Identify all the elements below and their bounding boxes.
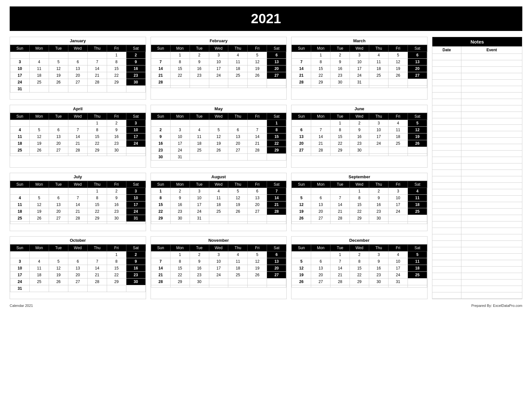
calendar-day-cell[interactable]: 27 <box>311 215 330 222</box>
calendar-day-cell[interactable]: 27 <box>311 279 330 285</box>
calendar-day-cell[interactable]: 24 <box>209 72 228 79</box>
notes-event-cell[interactable] <box>461 118 522 124</box>
notes-date-cell[interactable] <box>432 267 461 273</box>
calendar-day-cell[interactable]: 16 <box>170 201 190 208</box>
calendar-day-cell[interactable]: 24 <box>10 279 30 285</box>
calendar-day-cell[interactable]: 22 <box>311 72 330 79</box>
calendar-day-cell[interactable]: 4 <box>408 188 427 195</box>
calendar-day-cell[interactable]: 7 <box>68 127 87 133</box>
calendar-day-cell[interactable]: 29 <box>350 279 369 285</box>
calendar-day-cell[interactable]: 16 <box>350 133 369 140</box>
calendar-day-cell[interactable]: 28 <box>311 147 330 154</box>
calendar-day-cell[interactable]: 10 <box>209 258 228 265</box>
notes-event-cell[interactable] <box>461 163 522 170</box>
calendar-day-cell[interactable]: 2 <box>107 120 126 127</box>
calendar-day-cell[interactable]: 31 <box>350 79 369 86</box>
calendar-day-cell[interactable]: 30 <box>107 147 126 154</box>
calendar-day-cell[interactable]: 18 <box>209 201 228 208</box>
calendar-day-cell[interactable]: 2 <box>369 188 389 195</box>
calendar-day-cell[interactable]: 1 <box>107 52 126 59</box>
calendar-day-cell[interactable]: 14 <box>87 265 107 272</box>
notes-event-cell[interactable] <box>461 73 522 79</box>
calendar-day-cell[interactable]: 27 <box>292 147 311 154</box>
calendar-day-cell[interactable]: 11 <box>29 265 49 272</box>
calendar-day-cell[interactable]: 30 <box>350 147 369 154</box>
calendar-day-cell[interactable]: 25 <box>29 79 49 86</box>
calendar-day-cell[interactable]: 25 <box>228 272 248 279</box>
calendar-day-cell[interactable]: 11 <box>10 133 30 140</box>
notes-date-cell[interactable] <box>432 196 461 202</box>
notes-event-cell[interactable] <box>461 228 522 234</box>
notes-event-cell[interactable] <box>461 80 522 86</box>
calendar-day-cell[interactable]: 12 <box>248 59 267 65</box>
calendar-day-cell[interactable]: 25 <box>209 208 228 215</box>
calendar-day-cell[interactable]: 7 <box>292 59 311 65</box>
calendar-day-cell[interactable]: 21 <box>267 201 286 208</box>
calendar-day-cell[interactable]: 8 <box>330 127 350 133</box>
calendar-day-cell[interactable]: 26 <box>248 72 267 79</box>
calendar-day-cell[interactable]: 27 <box>248 208 267 215</box>
calendar-day-cell[interactable]: 8 <box>87 195 107 201</box>
calendar-day-cell[interactable]: 26 <box>228 208 248 215</box>
notes-date-cell[interactable] <box>432 54 461 60</box>
calendar-day-cell[interactable]: 23 <box>170 208 190 215</box>
calendar-day-cell[interactable]: 23 <box>190 72 209 79</box>
calendar-day-cell[interactable]: 23 <box>330 72 350 79</box>
calendar-day-cell[interactable]: 10 <box>350 59 369 65</box>
notes-event-cell[interactable] <box>461 99 522 105</box>
calendar-day-cell[interactable]: 2 <box>126 52 145 59</box>
calendar-day-cell[interactable]: 23 <box>350 140 369 147</box>
calendar-day-cell[interactable]: 18 <box>389 133 408 140</box>
calendar-day-cell[interactable]: 5 <box>248 251 267 258</box>
calendar-day-cell[interactable]: 26 <box>49 79 68 86</box>
notes-event-cell[interactable] <box>461 176 522 182</box>
calendar-day-cell[interactable]: 8 <box>151 195 170 201</box>
calendar-day-cell[interactable]: 28 <box>330 215 350 222</box>
calendar-day-cell[interactable]: 17 <box>389 201 408 208</box>
calendar-day-cell[interactable]: 14 <box>68 201 87 208</box>
calendar-day-cell[interactable]: 2 <box>190 251 209 258</box>
calendar-day-cell[interactable]: 30 <box>170 215 190 222</box>
calendar-day-cell[interactable]: 9 <box>190 59 209 65</box>
notes-date-cell[interactable] <box>432 170 461 176</box>
calendar-day-cell[interactable]: 23 <box>190 272 209 279</box>
calendar-day-cell[interactable]: 26 <box>29 147 49 154</box>
calendar-day-cell[interactable]: 16 <box>107 133 126 140</box>
calendar-day-cell[interactable]: 11 <box>228 258 248 265</box>
calendar-day-cell[interactable]: 1 <box>350 188 369 195</box>
calendar-day-cell[interactable]: 22 <box>267 140 286 147</box>
calendar-day-cell[interactable]: 2 <box>330 52 350 59</box>
calendar-day-cell[interactable]: 13 <box>68 65 87 72</box>
calendar-day-cell[interactable]: 22 <box>107 72 126 79</box>
calendar-day-cell[interactable]: 17 <box>350 65 369 72</box>
calendar-day-cell[interactable]: 4 <box>10 195 30 201</box>
calendar-day-cell[interactable]: 2 <box>151 127 170 133</box>
calendar-day-cell[interactable]: 14 <box>311 133 330 140</box>
calendar-day-cell[interactable]: 12 <box>29 133 49 140</box>
notes-date-cell[interactable] <box>432 67 461 73</box>
calendar-day-cell[interactable]: 29 <box>151 215 170 222</box>
calendar-day-cell[interactable]: 15 <box>107 65 126 72</box>
calendar-day-cell[interactable]: 24 <box>170 147 190 154</box>
notes-event-cell[interactable] <box>461 60 522 66</box>
calendar-day-cell[interactable]: 6 <box>68 258 87 265</box>
calendar-day-cell[interactable]: 31 <box>190 215 209 222</box>
notes-date-cell[interactable] <box>432 157 461 163</box>
calendar-day-cell[interactable]: 5 <box>209 127 228 133</box>
calendar-day-cell[interactable]: 17 <box>209 65 228 72</box>
calendar-day-cell[interactable]: 1 <box>330 120 350 127</box>
calendar-day-cell[interactable]: 7 <box>267 188 286 195</box>
calendar-day-cell[interactable]: 21 <box>330 272 350 279</box>
calendar-day-cell[interactable]: 10 <box>10 265 30 272</box>
calendar-day-cell[interactable]: 30 <box>330 79 350 86</box>
calendar-day-cell[interactable]: 23 <box>369 208 389 215</box>
calendar-day-cell[interactable]: 28 <box>87 279 107 285</box>
notes-event-cell[interactable] <box>461 67 522 73</box>
calendar-day-cell[interactable]: 5 <box>292 258 311 265</box>
calendar-day-cell[interactable]: 18 <box>29 72 49 79</box>
notes-date-cell[interactable] <box>432 254 461 260</box>
calendar-day-cell[interactable]: 19 <box>228 201 248 208</box>
calendar-day-cell[interactable]: 17 <box>389 265 408 272</box>
calendar-day-cell[interactable]: 4 <box>29 59 49 65</box>
calendar-day-cell[interactable]: 30 <box>369 279 389 285</box>
